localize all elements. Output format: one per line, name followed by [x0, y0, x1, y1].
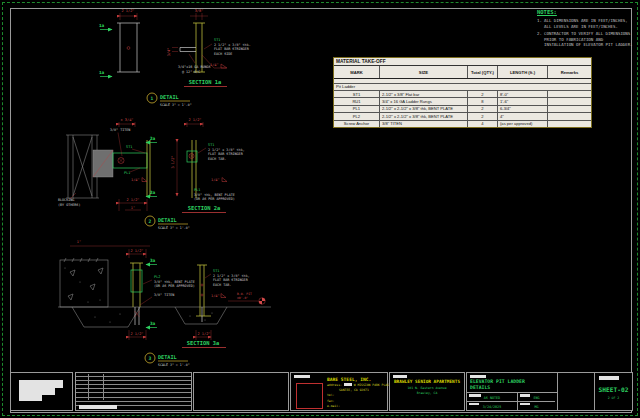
eng-value: ENG	[533, 396, 539, 401]
material-takeoff-table: MATERIAL TAKE-OFF MARK SIZE Total (QTY.)…	[333, 57, 592, 128]
d2-stringer-mark: ST1	[208, 143, 215, 147]
redacted-text	[470, 375, 486, 378]
cell-length: 8'-0"	[498, 91, 548, 97]
column-header-remarks: Remarks	[548, 66, 591, 78]
d2-detail-scale: SCALE 3" = 1'-0"	[158, 226, 190, 230]
takeoff-header-row: MARK SIZE Total (QTY.) LENGTH (ft.) Rema…	[334, 66, 591, 79]
drawn-value: MG	[534, 405, 538, 410]
d1-stringer-mark: ST1	[214, 38, 221, 42]
d1-stringer-note: 2 1/2" x 3/8" thk.	[214, 43, 251, 47]
cell-qty: 2	[468, 91, 498, 97]
d2-section-cut-label: 2a	[150, 136, 156, 141]
title-block: BARE STEEL, INC. address: W MISSION PARK…	[10, 372, 631, 411]
cell-mark: PL1	[334, 106, 380, 112]
email-label: e-mail:	[327, 404, 340, 409]
d1-rung-note: @ 12" O/C	[182, 70, 200, 74]
d3-pl2-note: 3/8" thk, BENT PLATE	[154, 280, 195, 284]
d2-anchor-note: 3/8" TITEN	[110, 128, 130, 132]
eng-cell: ENG	[518, 393, 555, 402]
drawing-title-line2: DETAILS	[470, 385, 557, 391]
d3-stringer-note: 2 1/2" x 3/8" thk,	[213, 274, 250, 278]
redacted-text	[294, 375, 310, 378]
d2-st1-tag: ST1	[126, 145, 133, 149]
column-header-qty: Total (QTY.)	[468, 66, 498, 78]
table-row: PL1 2-1/2" x 2-1/2" x 3/8" thk, BENT PLA…	[334, 106, 591, 113]
redacted-logo	[19, 395, 42, 401]
d3-section-cut-label: 3a	[150, 258, 156, 263]
d1-weld-size: 1/4"	[210, 63, 219, 67]
d3-stringer-note: EACH TAB.	[213, 283, 231, 287]
d2-pl1-note: (OR AS PER APPROVED)	[194, 197, 235, 201]
d3-elevation-value: ±0'-0"	[237, 296, 248, 300]
d1-detail-number: 1	[151, 96, 154, 101]
sheet-page-count: 2 OF 2	[595, 396, 632, 400]
cell-mark: Screw Anchor	[334, 121, 380, 127]
column-header-size: SIZE	[380, 66, 468, 78]
redacted-text	[393, 375, 407, 378]
cell-remarks	[548, 98, 591, 104]
fax-label: fax:	[327, 399, 334, 404]
revision-column-line	[88, 374, 89, 400]
company-name: BARE STEEL, INC.	[327, 377, 371, 382]
column-header-length: LENGTH (ft.)	[498, 66, 548, 78]
note-text: CONTRACTOR TO VERIFY ALL DIMENSIONS PRIO…	[544, 31, 634, 48]
d3-stringer-note: FLAT BAR STRINGER	[213, 278, 249, 282]
d3-detail-title: DETAIL	[158, 354, 177, 360]
d2-weld-size: 1/4"	[131, 178, 140, 182]
table-row: PL2 2-1/2" x 2-1/2" x 3/8" thk, BENT PLA…	[334, 113, 591, 120]
cell-qty: 4	[468, 121, 498, 127]
cell-size: 3/4" x 16 GA Ladder Rungs	[380, 98, 468, 104]
d2-dim-vertical: 3 1/2"	[171, 156, 175, 169]
note-number: 2.	[537, 31, 544, 48]
date-cell: 3/24/2025	[467, 402, 518, 411]
cell-remarks	[548, 106, 591, 112]
table-row: RU1 3/4" x 16 GA Ladder Rungs 8 1'-6"	[334, 98, 591, 105]
d3-dim-top1: 1"	[77, 240, 81, 244]
cell-qty: 2	[468, 113, 498, 119]
drawing-title-box: ELEVATOR PIT LADDER DETAILS AS NOTED ENG…	[466, 372, 558, 411]
takeoff-table-title: MATERIAL TAKE-OFF	[334, 58, 591, 66]
project-name: BRAWLEY SENIOR APARTMENTS	[390, 379, 464, 384]
cell-remarks	[548, 121, 591, 127]
spare-box	[193, 372, 289, 411]
d2-section-title: SECTION 2a	[188, 205, 220, 211]
note-item: 2. CONTRACTOR TO VERIFY ALL DIMENSIONS P…	[537, 31, 634, 48]
d1-dim-thickness: 3/8"	[195, 9, 204, 13]
d3-dim-top2: 2 1/2"	[131, 249, 144, 253]
cell-qty: 8	[468, 98, 498, 104]
d1-detail-scale: SCALE 3" = 1'-0"	[160, 103, 192, 107]
d3-anchor-note: 3/8" TITEN	[154, 293, 174, 297]
table-row: Screw Anchor 3/8" TITEN 4 (as per approv…	[334, 121, 591, 127]
redacted-logo	[19, 388, 55, 395]
d3-pl2-mark: PL2	[154, 275, 161, 279]
d1-section-cut-label: 1a	[99, 23, 105, 28]
d2-section-cut-label: 2a	[150, 190, 156, 195]
cell-mark: RU1	[334, 98, 380, 104]
d3-weld-size: 1/4"	[211, 294, 220, 298]
notes-title: NOTES:	[537, 9, 634, 15]
d1-rung-note: 3/4"x16 GA RUNGS	[178, 65, 211, 69]
d1-dim-width: 2 1/2"	[122, 9, 135, 13]
d2-blocking-note: BLOCKING	[58, 198, 74, 202]
d2-pl1-mark: PL1	[194, 188, 201, 192]
scale-value: AS NOTED	[484, 396, 500, 401]
redacted-label	[469, 403, 479, 406]
drawing-info-grid: AS NOTED ENG 3/24/2025 MG	[467, 392, 557, 410]
cell-size: 2-1/2" x 2-1/2" x 3/8" thk, BENT PLATE	[380, 113, 468, 119]
cell-length: 1'-6"	[498, 98, 548, 104]
d2-stringer-note: FLAT BAR STRINGER	[208, 152, 244, 156]
redacted-text	[344, 383, 352, 386]
company-box: BARE STEEL, INC. address: W MISSION PARK…	[290, 372, 388, 411]
d3-stringer-mark: ST1	[213, 269, 220, 273]
redacted-label	[469, 394, 481, 397]
tel-label: tel:	[327, 393, 334, 398]
cell-qty: 2	[468, 106, 498, 112]
redacted-label	[520, 403, 530, 406]
takeoff-group-label: Pit Ladder	[334, 84, 591, 91]
d2-stringer-note: EACH TAB.	[208, 157, 226, 161]
logo-box	[10, 372, 73, 411]
d3-section-title: SECTION 3a	[187, 340, 219, 346]
d3-section-cut-label: 3a	[150, 321, 156, 326]
spare-box	[557, 372, 595, 411]
redacted-text	[599, 376, 619, 380]
